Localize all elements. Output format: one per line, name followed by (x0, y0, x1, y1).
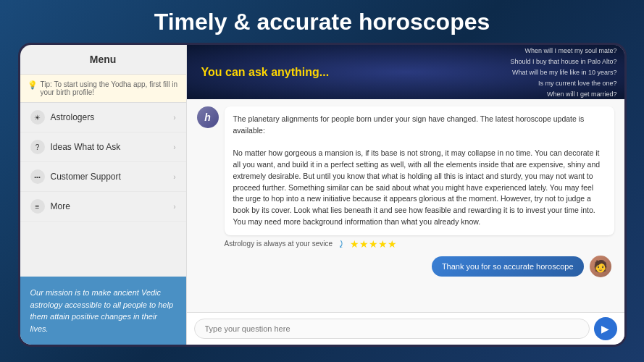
tip-text: Tip: To start using the Yodha app, first… (41, 80, 179, 96)
floating-q-3: What will be my life like in 10 years? (510, 69, 616, 76)
rating-text: Astrology is always at your sevice (225, 240, 333, 248)
more-icon: ≡ (30, 199, 45, 214)
bot-message-bubble: The planetary alignments for people born… (225, 106, 614, 250)
menu-header: Menu (20, 45, 186, 75)
rating-row: Astrology is always at your sevice ⤸ ★★★… (225, 238, 614, 250)
menu-item-ideas[interactable]: ? Ideas What to Ask › (20, 132, 186, 162)
menu-item-more[interactable]: ≡ More › (20, 192, 186, 222)
bot-message-row: h The planetary alignments for people bo… (197, 106, 614, 250)
star-rating[interactable]: ★★★★★ (350, 238, 397, 250)
user-message-row: Thank you for so accurate horoscope 🧑 (197, 256, 614, 277)
menu-items: ☀ Astrologers › ? Ideas What to Ask › ••… (20, 103, 186, 277)
tip-box: 💡 Tip: To start using the Yodha app, fir… (20, 75, 186, 103)
menu-item-support[interactable]: ••• Customer Support › (20, 162, 186, 192)
mission-box: Our mission is to make ancient Vedic ast… (20, 277, 186, 345)
ideas-label: Ideas What to Ask (51, 142, 168, 152)
menu-item-astrologers[interactable]: ☀ Astrologers › (20, 103, 186, 132)
bot-avatar: h (197, 106, 219, 128)
tip-icon: 💡 (28, 80, 38, 90)
support-icon: ••• (30, 169, 45, 184)
left-panel: Menu 💡 Tip: To start using the Yodha app… (20, 45, 187, 345)
chat-header-text: You can ask anything... (201, 66, 330, 79)
chat-body: h The planetary alignments for people bo… (187, 99, 624, 312)
tablet-frame: Menu 💡 Tip: To start using the Yodha app… (18, 43, 627, 347)
share-icon[interactable]: ⤸ (337, 238, 346, 250)
support-label: Customer Support (51, 172, 168, 182)
chat-header: You can ask anything... When will I meet… (187, 45, 624, 99)
bot-message-text: The planetary alignments for people born… (225, 106, 614, 235)
astrologers-arrow: › (173, 114, 175, 122)
astrologers-icon: ☀ (30, 110, 45, 125)
ideas-icon: ? (30, 140, 45, 154)
floating-q-4: Is my current love the one? (510, 80, 616, 87)
send-button[interactable]: ▶ (594, 317, 617, 340)
right-panel: You can ask anything... When will I meet… (187, 45, 624, 345)
send-icon: ▶ (601, 323, 609, 334)
support-arrow: › (173, 173, 175, 181)
floating-q-5: When will I get married? (510, 90, 616, 98)
more-label: More (51, 201, 168, 211)
floating-q-1: When will I meet my soul mate? (510, 47, 616, 54)
page-title: Timely & accurate horoscopes (0, 0, 644, 43)
chat-input-row: ▶ (187, 312, 624, 345)
more-arrow: › (173, 203, 175, 211)
user-message-bubble: Thank you for so accurate horoscope (432, 256, 584, 277)
user-avatar: 🧑 (590, 256, 611, 277)
chat-input[interactable] (194, 319, 590, 339)
floating-questions: When will I meet my soul mate? Should I … (510, 45, 616, 99)
mission-text: Our mission is to make ancient Vedic ast… (30, 288, 174, 333)
astrologers-label: Astrologers (51, 112, 168, 122)
floating-q-2: Should I buy that house in Palo Alto? (510, 58, 616, 65)
ideas-arrow: › (173, 143, 175, 151)
